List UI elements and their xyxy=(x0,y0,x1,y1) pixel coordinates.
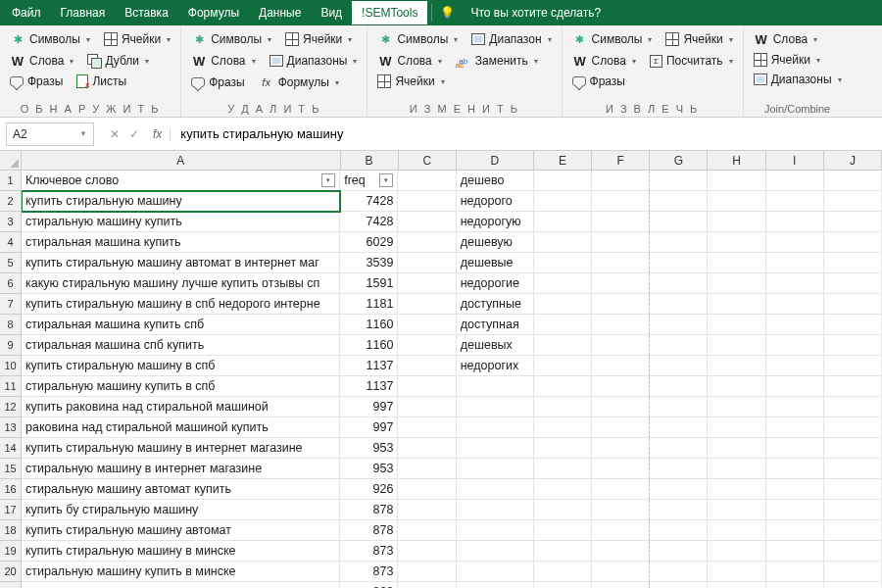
cell-A4[interactable]: стиральная машина купить xyxy=(22,232,340,253)
row-header-7[interactable]: 7 xyxy=(0,294,22,315)
cell-D4[interactable]: дешевую xyxy=(457,232,534,253)
cell-F16[interactable] xyxy=(592,479,650,500)
cell-G4[interactable] xyxy=(650,232,708,253)
cell-B10[interactable]: 1137 xyxy=(340,356,398,376)
cell-G15[interactable] xyxy=(650,459,708,479)
cell-I8[interactable] xyxy=(766,315,824,335)
col-header-C[interactable]: C xyxy=(399,151,457,171)
cell-A8[interactable]: стиральная машина купить спб xyxy=(22,315,340,335)
cell-E5[interactable] xyxy=(534,253,592,273)
cell-F20[interactable] xyxy=(592,562,650,582)
cell-H10[interactable] xyxy=(708,356,765,376)
ribbon-ячейки-button[interactable]: Ячейки▾ xyxy=(102,29,172,49)
cell-C2[interactable] xyxy=(398,191,456,212)
cell-B8[interactable]: 1160 xyxy=(340,315,398,335)
ribbon-заменить-button[interactable]: Заменить▾ xyxy=(454,51,540,71)
cell-J14[interactable] xyxy=(824,438,882,459)
ribbon-листы-button[interactable]: Листы xyxy=(74,73,128,90)
cell-H2[interactable] xyxy=(708,191,765,212)
row-header-13[interactable]: 13 xyxy=(0,417,22,438)
cell-A13[interactable]: раковина над стиральной машиной купить xyxy=(22,417,340,438)
formula-accept-button[interactable]: ✓ xyxy=(129,127,139,141)
cell-G8[interactable] xyxy=(650,315,708,335)
cell-B4[interactable]: 6029 xyxy=(340,232,398,253)
cell-E4[interactable] xyxy=(534,232,592,253)
col-header-F[interactable]: F xyxy=(592,151,650,171)
cell-I5[interactable] xyxy=(766,253,824,273)
cell-J20[interactable] xyxy=(824,562,882,582)
cell-G9[interactable] xyxy=(650,335,708,356)
cell-I4[interactable] xyxy=(766,232,824,253)
col-header-E[interactable]: E xyxy=(534,151,592,171)
cell-B20[interactable]: 873 xyxy=(340,562,398,582)
cell-C17[interactable] xyxy=(398,500,456,520)
cell-B13[interactable]: 997 xyxy=(340,417,398,438)
cell-D13[interactable] xyxy=(457,417,534,438)
ribbon-диапазон-button[interactable]: Диапазон▾ xyxy=(469,29,553,49)
tell-me-input[interactable]: Что вы хотите сделать? xyxy=(461,1,611,24)
cell-A21[interactable] xyxy=(22,582,340,588)
cell-E1[interactable] xyxy=(534,171,592,191)
filter-button[interactable]: ▾ xyxy=(321,173,335,187)
cell-C13[interactable] xyxy=(398,417,456,438)
cell-D2[interactable]: недорого xyxy=(457,191,534,212)
cell-J21[interactable] xyxy=(824,582,882,588)
cell-H20[interactable] xyxy=(708,562,765,582)
cell-A17[interactable]: купить бу стиральную машину xyxy=(22,500,340,520)
cell-F8[interactable] xyxy=(592,315,650,335)
cell-H4[interactable] xyxy=(708,232,765,253)
cell-C8[interactable] xyxy=(398,315,456,335)
cell-G19[interactable] xyxy=(650,541,708,562)
cell-E11[interactable] xyxy=(534,376,592,397)
cell-I17[interactable] xyxy=(766,500,824,520)
cell-C14[interactable] xyxy=(398,438,456,459)
cell-E9[interactable] xyxy=(534,335,592,356)
menu-вид[interactable]: Вид xyxy=(311,1,352,24)
cell-J15[interactable] xyxy=(824,459,882,479)
ribbon-ячейки-button[interactable]: Ячейки▾ xyxy=(375,73,446,90)
cell-B2[interactable]: 7428 xyxy=(340,191,398,212)
cell-B21[interactable]: 862 xyxy=(340,582,398,588)
cell-G2[interactable] xyxy=(650,191,708,212)
cell-A16[interactable]: стиральную машину автомат купить xyxy=(22,479,340,500)
cell-F21[interactable] xyxy=(592,582,650,588)
ribbon-диапазоны-button[interactable]: Диапазоны▾ xyxy=(268,51,360,71)
cell-B11[interactable]: 1137 xyxy=(340,376,398,397)
cell-A14[interactable]: купить стиральную машину в интернет мага… xyxy=(22,438,340,459)
cell-C6[interactable] xyxy=(398,273,456,294)
cell-H8[interactable] xyxy=(708,315,765,335)
cell-E14[interactable] xyxy=(534,438,592,459)
ribbon-ячейки-button[interactable]: Ячейки▾ xyxy=(752,51,822,69)
row-header-20[interactable]: 20 xyxy=(0,562,22,582)
cell-F11[interactable] xyxy=(592,376,650,397)
cell-F3[interactable] xyxy=(592,212,650,232)
cell-A1[interactable]: Ключевое слово▾ xyxy=(22,171,340,191)
row-header-6[interactable]: 6 xyxy=(0,273,22,294)
cell-A18[interactable]: купить стиральную машину автомат xyxy=(22,520,340,541)
menu-!semtools[interactable]: !SEMTools xyxy=(352,1,427,24)
cell-D14[interactable] xyxy=(457,438,534,459)
cell-H13[interactable] xyxy=(708,417,765,438)
cell-I3[interactable] xyxy=(766,212,824,232)
cell-A15[interactable]: стиральную машину в интернет магазине xyxy=(22,459,340,479)
cell-I16[interactable] xyxy=(766,479,824,500)
cell-B5[interactable]: 3539 xyxy=(340,253,398,273)
cell-G1[interactable] xyxy=(650,171,708,191)
cell-C19[interactable] xyxy=(398,541,456,562)
cell-E18[interactable] xyxy=(534,520,592,541)
cell-D7[interactable]: доступные xyxy=(457,294,534,315)
cell-F9[interactable] xyxy=(592,335,650,356)
cell-J4[interactable] xyxy=(824,232,882,253)
formula-cancel-button[interactable]: ✕ xyxy=(110,127,120,141)
cell-J5[interactable] xyxy=(824,253,882,273)
ribbon-слова-button[interactable]: WСлова▾ xyxy=(752,29,819,49)
cell-H1[interactable] xyxy=(708,171,765,191)
cell-A11[interactable]: стиральную машину купить в спб xyxy=(22,376,340,397)
cell-D20[interactable] xyxy=(457,562,534,582)
cell-E7[interactable] xyxy=(534,294,592,315)
cell-B7[interactable]: 1181 xyxy=(340,294,398,315)
ribbon-символы-button[interactable]: Символы▾ xyxy=(570,29,655,49)
cell-B17[interactable]: 878 xyxy=(340,500,398,520)
cell-J17[interactable] xyxy=(824,500,882,520)
cell-A10[interactable]: купить стиральную машину в спб xyxy=(22,356,340,376)
